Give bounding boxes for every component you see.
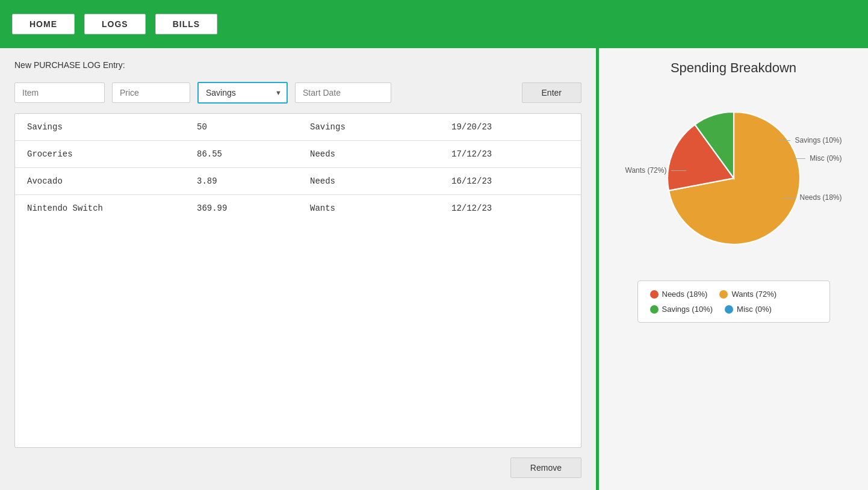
legend-misc: Misc (0%) <box>725 305 772 314</box>
date-input[interactable] <box>295 82 391 103</box>
bills-button[interactable]: BILLS <box>155 14 217 34</box>
table-row[interactable]: Groceries86.55Needs17/12/23 <box>15 141 581 168</box>
savings-label: Savings (10%) <box>662 305 713 314</box>
pie-label-misc: Misc (0%) <box>793 154 842 163</box>
cell-category: Needs <box>298 141 439 168</box>
table-row[interactable]: Savings50Savings19/20/23 <box>15 114 581 141</box>
entry-form: Savings Needs Wants Misc Enter <box>14 82 581 104</box>
log-table: Savings50Savings19/20/23Groceries86.55Ne… <box>15 114 581 222</box>
price-input[interactable] <box>112 82 190 103</box>
needs-label: Needs (18%) <box>662 290 708 299</box>
cell-category: Savings <box>298 114 439 141</box>
cell-item: Groceries <box>15 141 185 168</box>
log-table-container: Savings50Savings19/20/23Groceries86.55Ne… <box>14 113 581 448</box>
cell-price: 50 <box>185 114 298 141</box>
cell-price: 86.55 <box>185 141 298 168</box>
pie-label-needs: Needs (18%) <box>783 193 842 202</box>
header: HOME LOGS BILLS <box>0 0 868 48</box>
needs-dot <box>650 290 659 299</box>
wants-label: Wants (72%) <box>731 290 777 299</box>
main-layout: New PURCHASE LOG Entry: Savings Needs Wa… <box>0 48 868 490</box>
right-panel: Spending Breakdown Wants (72%) Savings (… <box>599 48 868 490</box>
legend-savings: Savings (10%) <box>650 305 713 314</box>
legend-row-1: Needs (18%) Wants (72%) <box>650 290 817 299</box>
cell-item: Avocado <box>15 168 185 195</box>
cell-date: 17/12/23 <box>439 141 581 168</box>
cell-item: Savings <box>15 114 185 141</box>
cell-date: 12/12/23 <box>439 195 581 222</box>
legend-wants: Wants (72%) <box>719 290 777 299</box>
legend: Needs (18%) Wants (72%) Savings (10%) Mi… <box>637 281 830 323</box>
cell-price: 3.89 <box>185 168 298 195</box>
pie-label-wants: Wants (72%) <box>625 166 686 175</box>
remove-button[interactable]: Remove <box>510 457 581 478</box>
left-panel: New PURCHASE LOG Entry: Savings Needs Wa… <box>0 48 596 490</box>
log-table-body: Savings50Savings19/20/23Groceries86.55Ne… <box>15 114 581 222</box>
form-label: New PURCHASE LOG Entry: <box>14 60 581 70</box>
pie-label-savings: Savings (10%) <box>778 136 842 144</box>
legend-needs: Needs (18%) <box>650 290 708 299</box>
cell-date: 16/12/23 <box>439 168 581 195</box>
table-row[interactable]: Avocado3.89Needs16/12/23 <box>15 168 581 195</box>
legend-row-2: Savings (10%) Misc (0%) <box>650 305 817 314</box>
pie-chart <box>668 112 800 244</box>
misc-dot <box>725 305 733 314</box>
category-select[interactable]: Savings Needs Wants Misc <box>197 82 288 104</box>
cell-date: 19/20/23 <box>439 114 581 141</box>
cell-price: 369.99 <box>185 195 298 222</box>
cell-item: Nintendo Switch <box>15 195 185 222</box>
wants-dot <box>719 290 728 299</box>
enter-button[interactable]: Enter <box>522 82 581 103</box>
breakdown-title: Spending Breakdown <box>671 60 796 76</box>
home-button[interactable]: HOME <box>12 14 75 34</box>
item-input[interactable] <box>14 82 105 103</box>
cell-category: Needs <box>298 168 439 195</box>
misc-label: Misc (0%) <box>737 305 772 314</box>
savings-dot <box>650 305 659 314</box>
category-select-wrapper: Savings Needs Wants Misc <box>197 82 288 104</box>
cell-category: Wants <box>298 195 439 222</box>
table-row[interactable]: Nintendo Switch369.99Wants12/12/23 <box>15 195 581 222</box>
pie-container: Wants (72%) Savings (10%) Misc (0%) Need… <box>619 88 848 268</box>
logs-button[interactable]: LOGS <box>84 14 146 34</box>
